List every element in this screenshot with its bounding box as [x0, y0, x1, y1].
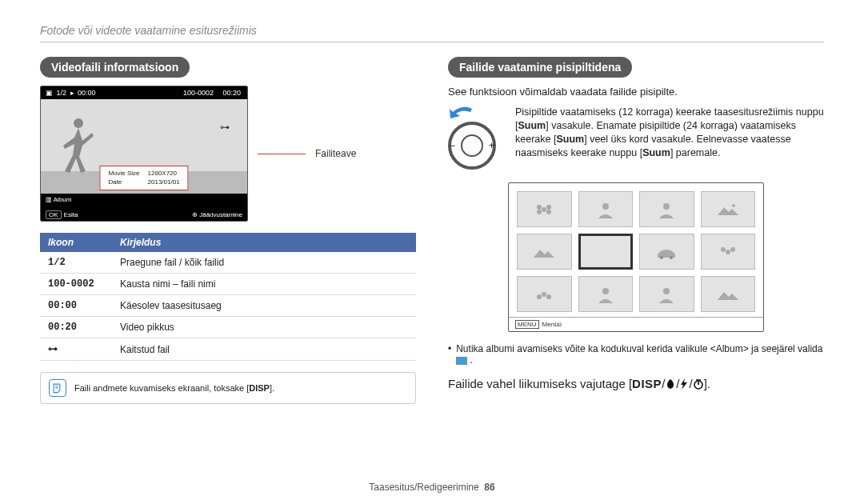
- svg-point-2: [537, 205, 542, 210]
- svg-point-4: [537, 210, 542, 214]
- timer-icon: [693, 378, 704, 390]
- svg-point-7: [663, 203, 670, 210]
- thumb-cell: [517, 191, 572, 227]
- thumbnail-grid-preview: MENUMenüü: [508, 182, 764, 332]
- preview-album-label: Album: [54, 196, 72, 203]
- flower-icon: [532, 286, 556, 303]
- svg-point-9: [660, 256, 663, 259]
- zoom-dial-icon: −+: [448, 122, 496, 170]
- table-row: 100-0002: [40, 274, 112, 295]
- preview-time-b: 00:20: [222, 89, 241, 97]
- thumb-cell: [639, 191, 694, 227]
- table-row: 00:00: [40, 295, 112, 317]
- thumb-cell-selected: [578, 234, 634, 270]
- thumb-cell: [701, 234, 756, 270]
- thumb-cell: [517, 276, 572, 312]
- flower-icon: [716, 243, 740, 261]
- thumb-cell: [701, 276, 756, 312]
- svg-point-18: [663, 288, 670, 294]
- preview-folderfile: 100-0002: [183, 89, 214, 97]
- note-text: Faili andmete kuvamiseks ekraanil, toksa…: [74, 383, 274, 393]
- person-icon: [594, 201, 618, 218]
- svg-point-3: [546, 205, 551, 210]
- navigation-instruction: Failide vahel liikumiseks vajutage [DISP…: [448, 377, 824, 390]
- thumb-cell: [578, 191, 634, 227]
- svg-point-15: [537, 294, 542, 299]
- callout-label: Failiteave: [315, 148, 356, 159]
- preview-play-label: Esita: [64, 211, 78, 218]
- icon-description-table: Ikoon Kirjeldus 1/2Praegune fail / kõik …: [40, 233, 416, 361]
- landscape-icon: [716, 286, 740, 303]
- preview-ok-button: OK: [46, 210, 62, 219]
- file-info-box: Movie Size1280X720 Date2013/01/01: [99, 166, 188, 190]
- svg-point-17: [602, 288, 609, 294]
- svg-point-1: [542, 207, 546, 212]
- landscape-icon: [532, 243, 556, 261]
- person-icon: [654, 201, 678, 218]
- breadcrumb: Fotode või videote vaatamine esitusrežii…: [40, 24, 824, 37]
- divider: [40, 42, 824, 42]
- table-row: ⊶: [40, 338, 112, 361]
- section-heading-video-info: Videofaili informatsioon: [40, 57, 190, 78]
- preview-counter: 1/2: [57, 89, 67, 97]
- svg-point-16: [546, 294, 551, 299]
- page-footer: Taasesitus/Redigeerimine 86: [0, 482, 864, 493]
- intro-text: See funktsioon võimaldab vaadata failide…: [448, 86, 824, 98]
- table-row: 00:20: [40, 317, 112, 338]
- svg-point-10: [670, 256, 673, 259]
- preview-capture-label: Jäädvustamine: [199, 211, 242, 218]
- dial-instructions: Pisipiltide vaatamiseks (12 korraga) kee…: [515, 106, 824, 160]
- thumb-cell: [517, 234, 572, 270]
- album-thumbnail-icon: [456, 357, 467, 365]
- svg-point-0: [74, 118, 83, 128]
- person-icon: [594, 286, 618, 303]
- video-preview: ▣ 1/2 ▸ 00:00 100-0002 00:20 ⊶ Movie Si: [40, 86, 248, 222]
- svg-point-14: [542, 292, 546, 297]
- svg-point-5: [546, 210, 551, 214]
- table-head-desc: Kirjeldus: [112, 233, 416, 252]
- preview-time-a: 00:00: [78, 89, 96, 97]
- person-icon: [654, 286, 678, 303]
- flash-icon: [679, 378, 689, 390]
- menu-button-label: MENU: [515, 320, 539, 329]
- bullet-note: • Nutika albumi avamiseks võite ka koduk…: [448, 343, 824, 366]
- thumb-cell: [701, 191, 756, 227]
- landscape-icon: [716, 201, 740, 218]
- note-icon: [49, 379, 66, 397]
- note-box: Faili andmete kuvamiseks ekraanil, toksa…: [40, 372, 416, 404]
- callout-line: [258, 154, 306, 154]
- flower-icon: [532, 201, 556, 218]
- svg-point-6: [602, 203, 609, 210]
- dancer-silhouette-icon: [58, 117, 98, 173]
- rotate-left-arrow-icon: [448, 106, 476, 122]
- svg-point-8: [732, 204, 735, 207]
- table-row: 1/2: [40, 252, 112, 274]
- lock-icon: ⊶: [220, 122, 230, 133]
- svg-point-13: [730, 247, 735, 252]
- svg-point-12: [721, 247, 726, 252]
- section-heading-thumbnails: Failide vaatamine pisipiltidena: [448, 57, 632, 78]
- thumb-cell: [639, 234, 694, 270]
- car-icon: [654, 243, 678, 261]
- thumb-cell: [578, 276, 634, 312]
- menu-text: Menüü: [542, 321, 562, 328]
- svg-point-11: [726, 250, 730, 254]
- table-head-icon: Ikoon: [40, 233, 112, 252]
- thumb-cell: [639, 276, 694, 312]
- macro-icon: [665, 378, 676, 390]
